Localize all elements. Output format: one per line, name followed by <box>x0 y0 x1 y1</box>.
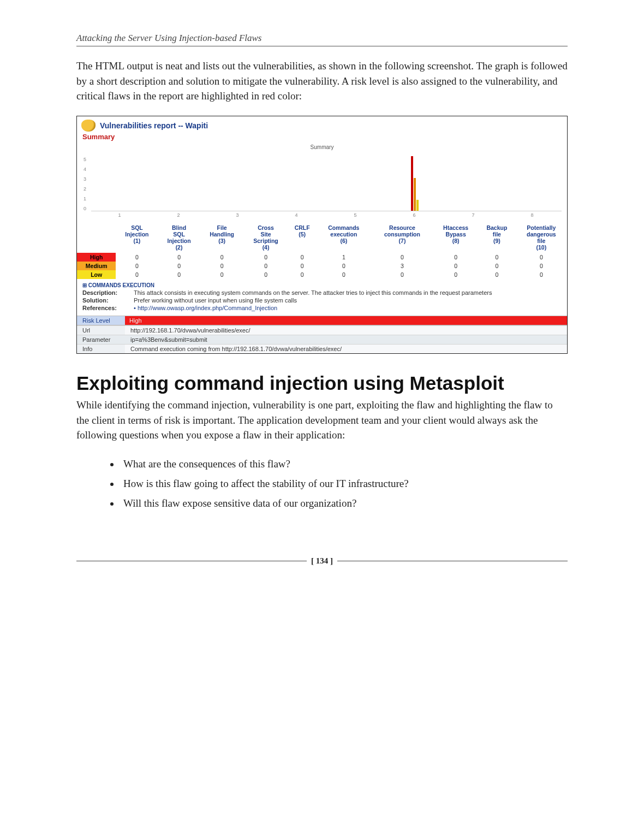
label-references: References: <box>82 305 130 311</box>
question-item: Will this flaw expose sensitive data of … <box>120 494 568 513</box>
vuln-count: 0 <box>478 262 516 270</box>
report-title: Vulnerabilities report -- Wapiti <box>100 121 208 130</box>
vuln-count: 0 <box>288 262 317 270</box>
vuln-count: 0 <box>158 262 200 270</box>
info-key: Info <box>77 344 125 353</box>
question-item: What are the consequences of this flaw? <box>120 455 568 473</box>
intro-paragraph: The HTML output is neat and lists out th… <box>76 58 568 104</box>
label-solution: Solution: <box>82 297 130 304</box>
risk-level-header: Risk Level <box>77 316 125 325</box>
info-value: Command execution coming from http://192… <box>125 344 567 353</box>
running-header: Attacking the Server Using Injection-bas… <box>76 33 568 46</box>
vuln-count: 0 <box>200 270 244 279</box>
info-key: Parameter <box>77 335 125 344</box>
vuln-count: 0 <box>116 270 158 279</box>
chart-subtitle: Summary <box>82 144 562 150</box>
wapiti-logo-icon <box>81 120 96 132</box>
vuln-count: 0 <box>288 253 317 262</box>
vuln-count: 0 <box>433 270 478 279</box>
vuln-count: 0 <box>371 270 433 279</box>
vuln-count: 0 <box>244 253 288 262</box>
info-value: http://192.168.1.70/dvwa/vulnerabilities… <box>125 325 567 335</box>
vuln-count: 0 <box>200 253 244 262</box>
vuln-count: 0 <box>244 270 288 279</box>
vuln-count: 0 <box>288 270 317 279</box>
vuln-count: 0 <box>478 253 516 262</box>
page-rule <box>337 561 568 561</box>
vuln-count: 0 <box>516 262 567 270</box>
vuln-count: 0 <box>200 262 244 270</box>
vuln-count: 0 <box>478 270 516 279</box>
vuln-count: 0 <box>516 270 567 279</box>
vulnerability-table: SQLInjection(1)BlindSQLInjection(2)FileH… <box>77 222 567 279</box>
vuln-count: 0 <box>371 253 433 262</box>
severity-medium: Medium <box>77 262 116 270</box>
summary-chart: Summary 543210 12345678 <box>77 143 567 218</box>
vuln-count: 0 <box>244 262 288 270</box>
wapiti-report-screenshot: Vulnerabilities report -- Wapiti Summary… <box>76 116 568 354</box>
vuln-count: 3 <box>371 262 433 270</box>
vuln-count: 0 <box>116 253 158 262</box>
severity-high: High <box>77 253 116 262</box>
page-number: [ 134 ] <box>307 556 337 566</box>
vuln-count: 0 <box>317 262 371 270</box>
page-rule <box>76 561 307 561</box>
vuln-count: 0 <box>158 270 200 279</box>
solution-text: Prefer working without user input when u… <box>134 297 562 304</box>
vuln-count: 0 <box>433 253 478 262</box>
risk-level-value: High <box>125 316 567 325</box>
severity-low: Low <box>77 270 116 279</box>
info-key: Url <box>77 325 125 335</box>
info-value: ip=a%3Benv&submit=submit <box>125 335 567 344</box>
description-text: This attack consists in executing system… <box>134 289 562 296</box>
section-paragraph: While identifying the command injection,… <box>76 397 568 443</box>
vuln-count: 1 <box>317 253 371 262</box>
label-description: Description: <box>82 289 130 296</box>
summary-heading: Summary <box>77 133 567 143</box>
reference-link[interactable]: • http://www.owasp.org/index.php/Command… <box>134 305 562 311</box>
section-heading: Exploiting command injection using Metas… <box>76 372 568 394</box>
vuln-count: 0 <box>116 262 158 270</box>
vuln-count: 0 <box>158 253 200 262</box>
question-item: How is this flaw going to affect the sta… <box>120 474 568 493</box>
details-section-title: ⊞ COMMANDS EXECUTION <box>77 279 567 289</box>
vuln-count: 0 <box>317 270 371 279</box>
vuln-count: 0 <box>433 262 478 270</box>
vuln-count: 0 <box>516 253 567 262</box>
